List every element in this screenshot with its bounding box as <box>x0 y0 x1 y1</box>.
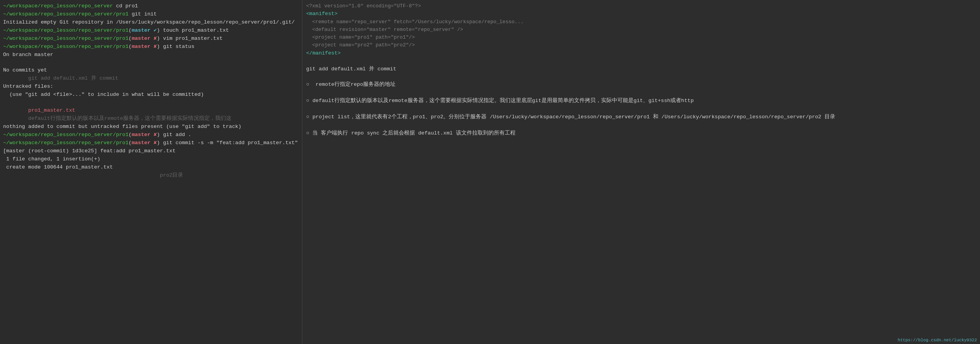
line-11: Untracked files: <box>3 83 299 91</box>
line-15: default行指定默认的版本以及remote服务器，这个需要根据实际情况指定，… <box>3 115 299 123</box>
line-16: nothing added to commit but untracked fi… <box>3 123 299 131</box>
r-line-6: <project name="pro2" path="pro2"/> <box>306 41 976 49</box>
r-line-17: ○ 当 客户端执行 repo sync 之后就会根据 default.xml 该… <box>306 129 976 138</box>
r-line-5: <project name="pro1" path="pro1"/> <box>306 34 976 41</box>
r-empty-3 <box>306 89 976 97</box>
line-17: ~/workspace/repo_lesson/repo_server/pro1… <box>3 131 299 139</box>
line-7: On branch master <box>3 51 299 59</box>
line-4: ~/workspace/repo_lesson/repo_server/pro1… <box>3 27 299 35</box>
r-line-9: git add default.xml 并 commit <box>306 65 976 73</box>
empty-2 <box>3 99 299 107</box>
line-5: ~/workspace/repo_lesson/repo_server/pro1… <box>3 35 299 43</box>
r-line-4: <default revision="master" remote="repo_… <box>306 26 976 34</box>
line-10: git add default.xml 并 commit <box>3 75 299 83</box>
r-line-11: ○ remote行指定repo服务器的地址 <box>306 81 976 89</box>
r-line-1: <?xml version="1.0" encoding="UTF-8"?> <box>306 2 976 10</box>
r-line-13: ○ default行指定默认的版本以及remote服务器，这个需要根据实际情况指… <box>306 97 976 105</box>
r-empty-4 <box>306 105 976 113</box>
empty-1 <box>3 59 299 66</box>
prompt-2: ~/workspace/repo_lesson/repo_server/pro1 <box>3 11 132 17</box>
line-6: ~/workspace/repo_lesson/repo_server/pro1… <box>3 43 299 51</box>
line-1: ~/workspace/repo_lesson/repo_server cd p… <box>3 2 299 10</box>
line-3: Initialized empty Git repository in /Use… <box>3 19 299 27</box>
line-2: ~/workspace/repo_lesson/repo_server/pro1… <box>3 10 299 19</box>
line-20: 1 file changed, 1 insertion(+) <box>3 155 299 163</box>
url-bar: https://blog.csdn.net/lucky9322 <box>898 338 977 342</box>
line-14: pro1_master.txt <box>3 107 299 115</box>
line-12: (use "git add <file>..." to include in w… <box>3 91 299 99</box>
prompt-1: ~/workspace/repo_lesson/repo_server <box>3 3 116 9</box>
line-18: ~/workspace/repo_lesson/repo_server/pro1… <box>3 139 299 147</box>
terminal-left: ~/workspace/repo_lesson/repo_server cd p… <box>0 0 302 344</box>
r-empty-5 <box>306 121 976 129</box>
line-21: create mode 100644 pro1_master.txt <box>3 163 299 172</box>
line-22: pro2目录 <box>3 172 299 180</box>
r-empty-2 <box>306 73 976 81</box>
r-line-7: </manifest> <box>306 49 976 58</box>
r-line-2: <manifest> <box>306 10 976 18</box>
line-9: No commits yet <box>3 66 299 75</box>
r-line-3: <remote name="repo_server" fetch="/Users… <box>306 18 976 26</box>
tutorial-right: <?xml version="1.0" encoding="UTF-8"?> <… <box>302 0 980 344</box>
r-line-15: ○ project list，这里就代表有2个工程，pro1、pro2。分别位于… <box>306 113 976 121</box>
line-19: [master (root-commit) 1d3ce25] feat:add … <box>3 147 299 155</box>
r-empty-1 <box>306 58 976 65</box>
